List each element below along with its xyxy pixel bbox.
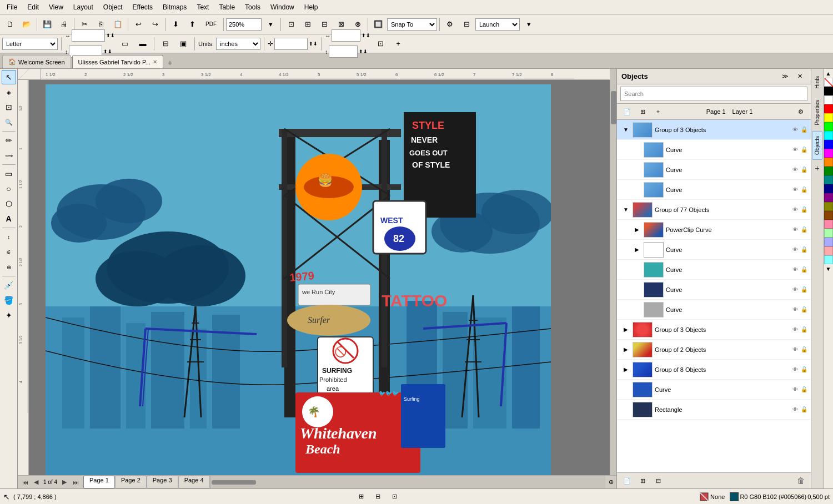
tree-item[interactable]: Curve👁🔓 bbox=[617, 160, 811, 180]
obj-new-layer-icon[interactable]: 📄 bbox=[620, 475, 634, 487]
tree-item[interactable]: Curve👁🔓 bbox=[617, 260, 811, 280]
tree-item[interactable]: Curve👁🔓 bbox=[617, 180, 811, 200]
page-tab-1[interactable]: Page 1 bbox=[83, 476, 115, 488]
polygon-tool[interactable]: ⬡ bbox=[2, 196, 16, 211]
layer-options-btn[interactable]: ⚙ bbox=[794, 105, 807, 118]
color-teal[interactable] bbox=[824, 175, 833, 184]
visibility-btn[interactable]: 👁 bbox=[791, 385, 800, 394]
hints-tab[interactable]: Hints bbox=[812, 71, 822, 94]
visibility-btn[interactable]: 👁 bbox=[791, 125, 800, 134]
page-tab-2[interactable]: Page 2 bbox=[115, 476, 147, 488]
lock-btn[interactable]: 🔓 bbox=[800, 185, 809, 194]
lock-btn[interactable]: 🔓 bbox=[800, 245, 809, 254]
color-black[interactable] bbox=[824, 87, 833, 95]
obj-group-icon[interactable]: ⊞ bbox=[636, 475, 649, 487]
lock-btn[interactable]: 🔓 bbox=[800, 205, 809, 214]
objects-search-input[interactable] bbox=[620, 87, 807, 101]
tree-item[interactable]: Curve👁🔓 bbox=[617, 280, 811, 300]
x-offset-stepper[interactable]: ⬆⬇ bbox=[362, 28, 370, 43]
tree-item[interactable]: Rectangle👁🔓 bbox=[617, 400, 811, 420]
prev-page-btn[interactable]: ◀ bbox=[31, 477, 41, 487]
paper-size-dropdown[interactable]: Letter bbox=[2, 38, 58, 50]
canvas-viewport[interactable]: STYLE NEVER GOES OUT OF STYLE 🍔 WEST 82 bbox=[29, 80, 616, 475]
color-brown[interactable] bbox=[824, 211, 833, 220]
snap-to-objects-btn[interactable]: ⊡ bbox=[388, 491, 402, 503]
lock-btn[interactable]: 🔓 bbox=[800, 365, 809, 374]
color-none[interactable] bbox=[824, 78, 833, 87]
color-white[interactable] bbox=[824, 95, 833, 104]
visibility-btn[interactable]: 👁 bbox=[791, 365, 800, 374]
color-lightblue[interactable] bbox=[824, 238, 833, 246]
menu-window[interactable]: Window bbox=[266, 2, 299, 12]
color-orange[interactable] bbox=[824, 158, 833, 167]
page-tab-3[interactable]: Page 3 bbox=[147, 476, 178, 488]
tree-item[interactable]: ▶Group of 2 Objects👁🔓 bbox=[617, 340, 811, 360]
snap-to-grid-btn[interactable]: ⊞ bbox=[355, 491, 368, 503]
visibility-btn[interactable]: 👁 bbox=[791, 325, 800, 334]
visibility-btn[interactable]: 👁 bbox=[791, 185, 800, 194]
color-lightred[interactable] bbox=[824, 246, 833, 255]
lock-btn[interactable]: 🔓 bbox=[800, 325, 809, 334]
last-page-btn[interactable]: ⏭ bbox=[71, 477, 81, 487]
smart-draw-tool[interactable]: ⟿ bbox=[2, 148, 16, 163]
color-magenta[interactable] bbox=[824, 149, 833, 158]
zoom-dropdown[interactable]: ▾ bbox=[263, 17, 278, 32]
snap-to-guides-btn[interactable]: ⊟ bbox=[372, 491, 385, 503]
undo-button[interactable]: ↩ bbox=[131, 17, 146, 32]
visibility-btn[interactable]: 👁 bbox=[791, 245, 800, 254]
select-tool[interactable]: ↖ bbox=[2, 70, 16, 84]
color-yellow[interactable] bbox=[824, 113, 833, 122]
zoom-fit-btn[interactable]: ⊕ bbox=[605, 476, 616, 488]
properties-tab[interactable]: Properties bbox=[812, 95, 822, 130]
zoom-input[interactable] bbox=[226, 18, 262, 31]
menu-help[interactable]: Help bbox=[300, 2, 323, 12]
x-offset-input[interactable]: 0,25 " bbox=[332, 29, 360, 42]
new-button[interactable]: 🗋 bbox=[2, 17, 18, 32]
page-tab-4[interactable]: Page 4 bbox=[178, 476, 210, 488]
visibility-btn[interactable]: 👁 bbox=[791, 405, 800, 414]
y-offset-stepper[interactable]: ⬆⬇ bbox=[359, 44, 368, 59]
save-button[interactable]: 💾 bbox=[39, 17, 55, 32]
panel-close-btn[interactable]: ✕ bbox=[793, 70, 806, 83]
tree-expand-btn[interactable]: ▼ bbox=[621, 125, 630, 134]
tree-expand-btn[interactable]: ▶ bbox=[621, 345, 630, 354]
fill-tool[interactable]: 🪣 bbox=[2, 293, 16, 308]
launch-arrow[interactable]: ▾ bbox=[521, 17, 536, 32]
open-button[interactable]: 📂 bbox=[19, 17, 34, 32]
objects-sidebar-tab[interactable]: Objects bbox=[812, 131, 822, 160]
v-scroll-thumb[interactable] bbox=[611, 91, 616, 124]
menu-table[interactable]: Table bbox=[214, 2, 239, 12]
color-darkblue[interactable] bbox=[824, 184, 833, 193]
tab-close-button[interactable]: ✕ bbox=[153, 59, 157, 65]
tree-item[interactable]: Curve👁🔓 bbox=[617, 140, 811, 160]
visibility-btn[interactable]: 👁 bbox=[791, 145, 800, 154]
interactive-tool[interactable]: ✦ bbox=[2, 308, 16, 322]
x-stepper[interactable]: ⬆⬇ bbox=[309, 36, 318, 52]
menu-layout[interactable]: Layout bbox=[69, 2, 98, 12]
blend-tool[interactable]: ⊕ bbox=[2, 260, 16, 274]
parallel-dim-tool[interactable]: ↕ bbox=[2, 230, 16, 244]
export-pdf-button[interactable]: PDF bbox=[201, 17, 221, 32]
x-coord-input[interactable]: 0,0 " bbox=[274, 38, 308, 50]
next-page-btn[interactable]: ▶ bbox=[59, 477, 69, 487]
tree-item[interactable]: ▶Group of 8 Objects👁🔓 bbox=[617, 360, 811, 380]
tree-expand-btn[interactable]: ▶ bbox=[621, 365, 630, 374]
menu-view[interactable]: View bbox=[44, 2, 68, 12]
freehand-tool[interactable]: ✏ bbox=[2, 133, 16, 148]
tree-item[interactable]: Curve👁🔓 bbox=[617, 380, 811, 400]
color-cyan[interactable] bbox=[824, 131, 833, 140]
menu-effects[interactable]: Effects bbox=[128, 2, 157, 12]
page-icon-btn[interactable]: 📄 bbox=[620, 105, 634, 118]
visibility-btn[interactable]: 👁 bbox=[791, 305, 800, 314]
redo-button[interactable]: ↪ bbox=[147, 17, 163, 32]
workspace-btn[interactable]: ⊟ bbox=[459, 17, 474, 32]
home-tab[interactable]: 🏠 Welcome Screen bbox=[2, 55, 71, 68]
menu-file[interactable]: File bbox=[2, 2, 22, 12]
tree-item[interactable]: ▶Curve👁🔓 bbox=[617, 240, 811, 260]
tree-item[interactable]: ▼Group of 3 Objects👁🔓 bbox=[617, 120, 811, 140]
palette-scroll-up[interactable]: ▲ bbox=[826, 69, 831, 78]
ellipse-tool[interactable]: ○ bbox=[2, 182, 16, 196]
visibility-btn[interactable]: 👁 bbox=[791, 205, 800, 214]
visibility-btn[interactable]: 👁 bbox=[791, 345, 800, 354]
color-red[interactable] bbox=[824, 104, 833, 113]
